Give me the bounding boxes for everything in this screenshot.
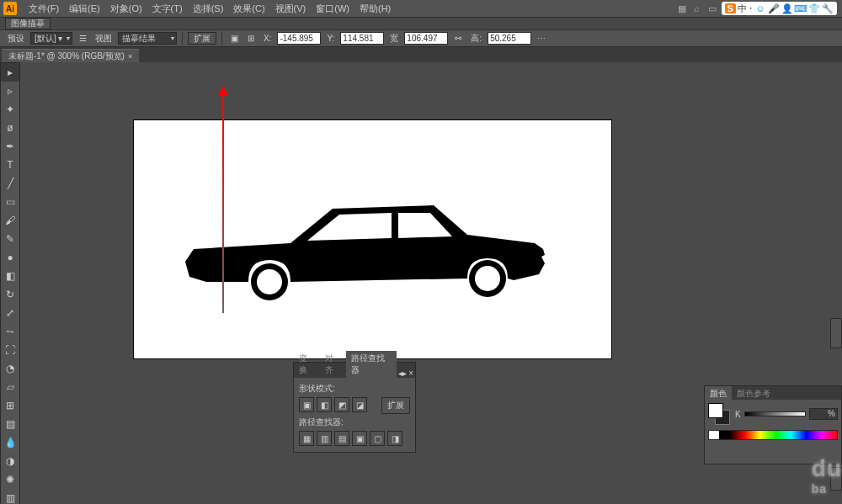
k-slider[interactable] — [744, 411, 806, 416]
lasso-tool[interactable]: ø — [1, 119, 19, 137]
opacity-input[interactable]: 50.265 — [488, 32, 531, 45]
menu-window[interactable]: 窗口(W) — [311, 3, 354, 15]
ime-keyboard-icon[interactable]: ⌨ — [795, 3, 807, 14]
pathfinder-tabs: 变换 对齐 路径查找器 ◂▸ × — [294, 363, 415, 378]
expand-button[interactable]: 扩展 — [188, 32, 216, 45]
preset-dropdown[interactable]: [默认] ▾ — [30, 32, 72, 45]
shape-builder-tool[interactable]: ◔ — [1, 359, 19, 378]
intersect-icon[interactable]: ◩ — [334, 397, 349, 412]
color-panel[interactable]: 颜色 颜色参考 K % — [704, 385, 842, 464]
outline-icon[interactable]: ▢ — [370, 431, 385, 446]
ime-skin-icon[interactable]: 👕 — [808, 3, 820, 14]
x-label: X: — [261, 34, 274, 43]
blend-tool[interactable]: ◑ — [1, 452, 19, 470]
w-input[interactable]: 106.497 — [404, 32, 448, 45]
h-label: 高: — [468, 33, 484, 45]
svg-point-3 — [475, 266, 500, 291]
pen-tool[interactable]: ✒ — [1, 137, 19, 156]
svg-point-1 — [257, 269, 282, 294]
merge-icon[interactable]: ▤ — [334, 431, 349, 446]
document-tab[interactable]: 未标题-1* @ 300% (RGB/预览) × — [2, 49, 139, 62]
layout-icon[interactable]: ▦ — [676, 3, 688, 14]
type-tool[interactable]: T — [1, 156, 19, 174]
direct-selection-tool[interactable]: ▹ — [1, 82, 19, 100]
ime-smile-icon[interactable]: ☺ — [754, 3, 766, 14]
panel-close-icon[interactable]: × — [408, 369, 413, 378]
magic-wand-tool[interactable]: ✦ — [1, 100, 19, 119]
wh-icon[interactable]: 宽 — [387, 32, 401, 45]
selection-tool[interactable]: ▸ — [1, 63, 19, 82]
divide-icon[interactable]: ▦ — [299, 431, 314, 446]
panel-collapse-icon[interactable]: ◂▸ — [398, 369, 407, 378]
y-input[interactable]: 114.581 — [340, 32, 384, 45]
menu-select[interactable]: 选择(S) — [188, 3, 229, 15]
ime-user-icon[interactable]: 👤 — [781, 3, 793, 14]
collapsed-palette-2[interactable] — [830, 467, 842, 491]
ime-badge[interactable]: S 中 ‧ ☺ 🎤 👤 ⌨ 👕 🔧 — [722, 2, 837, 15]
exclude-icon[interactable]: ◪ — [352, 397, 367, 412]
width-tool[interactable]: ⥊ — [1, 322, 19, 341]
artboard[interactable] — [134, 120, 611, 358]
view-dropdown[interactable]: 描摹结果 — [118, 32, 177, 45]
close-icon[interactable]: × — [128, 52, 132, 61]
menu-help[interactable]: 帮助(H) — [354, 3, 396, 15]
blob-brush-tool[interactable]: ● — [1, 248, 19, 267]
color-tab[interactable]: 颜色 — [705, 386, 732, 400]
color-guide-tab[interactable]: 颜色参考 — [732, 386, 775, 400]
eraser-tool[interactable]: ◧ — [1, 267, 19, 285]
free-transform-tool[interactable]: ⛶ — [1, 341, 19, 359]
align-tab[interactable]: 对齐 — [320, 351, 346, 378]
annotation-arrow-head — [218, 86, 228, 96]
pathfinder-tab[interactable]: 路径查找器 — [346, 351, 397, 378]
eyedropper-tool[interactable]: 💧 — [1, 433, 19, 452]
perspective-tool[interactable]: ▱ — [1, 378, 19, 396]
car-artwork[interactable] — [181, 203, 552, 312]
menu-edit[interactable]: 编辑(E) — [64, 3, 105, 15]
image-trace-label[interactable]: 图像描摹 — [5, 18, 51, 29]
arrange-icon[interactable]: ▭ — [706, 3, 718, 14]
ime-mode-label: 中 ‧ — [736, 3, 754, 15]
collapsed-palette-1[interactable] — [830, 318, 842, 348]
unite-icon[interactable]: ▣ — [299, 397, 314, 412]
expand-shape-button[interactable]: 扩展 — [381, 397, 410, 414]
transform-tab[interactable]: 变换 — [294, 351, 320, 378]
pencil-tool[interactable]: ✎ — [1, 230, 19, 248]
pathfinder-panel[interactable]: 变换 对齐 路径查找器 ◂▸ × 形状模式: ▣ ◧ ◩ ◪ 扩展 路径查找器:… — [293, 362, 416, 453]
link-icon[interactable]: ⚯ — [451, 32, 465, 45]
view-label: 视图 — [93, 33, 115, 45]
crop-icon[interactable]: ▣ — [352, 431, 367, 446]
menu-effect[interactable]: 效果(C) — [228, 3, 269, 15]
rotate-tool[interactable]: ↻ — [1, 285, 19, 304]
menu-file[interactable]: 文件(F) — [24, 3, 64, 15]
k-value-input[interactable]: % — [809, 408, 838, 420]
menu-bar: Ai 文件(F) 编辑(E) 对象(O) 文字(T) 选择(S) 效果(C) 视… — [0, 0, 842, 17]
pathfinders-label: 路径查找器: — [299, 416, 410, 428]
line-tool[interactable]: ╱ — [1, 174, 19, 193]
scale-tool[interactable]: ⤢ — [1, 304, 19, 322]
ime-logo-icon: S — [725, 3, 736, 13]
menu-type[interactable]: 文字(T) — [147, 3, 188, 15]
trim-icon[interactable]: ▥ — [317, 431, 332, 446]
spectrum-strip[interactable] — [708, 430, 838, 440]
symbol-sprayer-tool[interactable]: ✺ — [1, 470, 19, 489]
gradient-tool[interactable]: ▤ — [1, 415, 19, 433]
ime-tool-icon[interactable]: 🔧 — [822, 3, 834, 14]
tool-panel: ▸ ▹ ✦ ø ✒ T ╱ ▭ 🖌 ✎ ● ◧ ↻ ⤢ ⥊ ⛶ ◔ ▱ ⊞ ▤ … — [0, 62, 20, 504]
mesh-tool[interactable]: ⊞ — [1, 396, 19, 415]
rectangle-tool[interactable]: ▭ — [1, 193, 19, 211]
search-icon[interactable]: ⌕ — [691, 3, 703, 14]
minus-front-icon[interactable]: ◧ — [317, 397, 332, 412]
more-icon[interactable]: ⋯ — [535, 32, 548, 45]
trace-panel-icon[interactable]: ☰ — [76, 32, 89, 45]
graph-tool[interactable]: ▥ — [1, 489, 19, 504]
minus-back-icon[interactable]: ◨ — [387, 431, 402, 446]
fill-stroke-swatch[interactable] — [708, 403, 730, 425]
paintbrush-tool[interactable]: 🖌 — [1, 211, 19, 230]
ime-mic-icon[interactable]: 🎤 — [768, 3, 780, 14]
menu-object[interactable]: 对象(O) — [105, 3, 147, 15]
x-input[interactable]: -145.895 — [277, 32, 321, 45]
transform-icon[interactable]: ⊞ — [244, 32, 258, 45]
separator — [221, 32, 222, 45]
menu-view[interactable]: 视图(V) — [270, 3, 312, 15]
mask-icon[interactable]: ▣ — [227, 32, 241, 45]
